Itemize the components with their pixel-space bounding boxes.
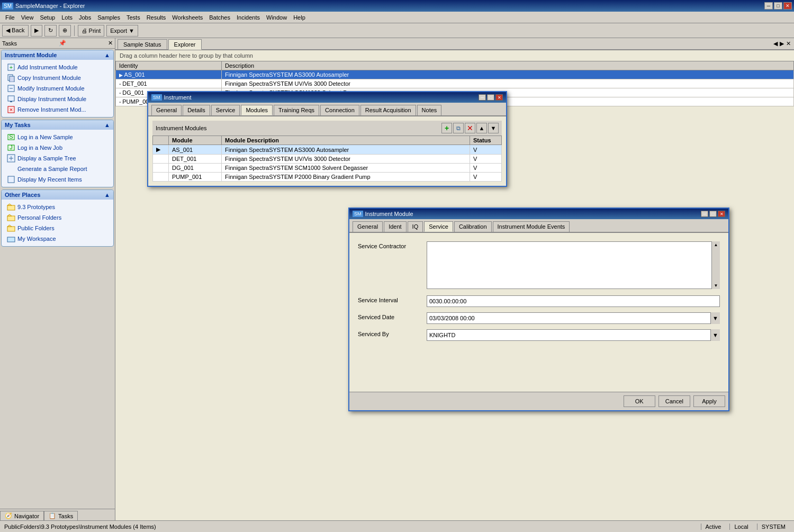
cell-module-status: V (470, 164, 502, 173)
export-button[interactable]: Export ▼ (106, 25, 138, 37)
menu-setup[interactable]: Setup (37, 13, 58, 22)
refresh-button[interactable]: ↻ (44, 25, 57, 37)
tab-sample-status[interactable]: Sample Status (118, 39, 167, 49)
menu-jobs[interactable]: Jobs (76, 13, 94, 22)
table-row[interactable]: ▶ AS_001 Finnigan SpectraSYSTEM AS3000 A… (116, 70, 794, 79)
menu-results[interactable]: Results (143, 13, 169, 22)
menu-incidents[interactable]: Incidents (233, 13, 263, 22)
tab-close-icon[interactable]: ✕ (786, 40, 791, 48)
tasks-close-icon[interactable]: ✕ (108, 40, 113, 47)
modules-down-btn[interactable]: ▼ (488, 123, 499, 133)
task-modify-instrument[interactable]: Modify Instrument Module (5, 83, 110, 94)
instrument-tab-details[interactable]: Details (183, 105, 210, 115)
task-public-folders[interactable]: Public Folders (5, 223, 110, 233)
section-instrument-module-collapse[interactable]: ▲ (104, 52, 110, 58)
instrument-tab-connection[interactable]: Connection (320, 105, 359, 115)
back-button[interactable]: ◀ Back (2, 25, 29, 37)
tasks-pin-icon[interactable]: 📌 (59, 40, 66, 47)
print-button[interactable]: 🖨 Print (78, 25, 105, 37)
serviced-by-input[interactable] (427, 329, 720, 341)
task-display-instrument[interactable]: Display Instrument Module (5, 94, 110, 104)
menu-help[interactable]: Help (290, 13, 309, 22)
instrument-tab-result[interactable]: Result Acquisition (360, 105, 416, 115)
apply-button[interactable]: Apply (693, 395, 725, 407)
minimize-button[interactable]: ─ (764, 2, 773, 10)
instrument-module-dialog-maximize[interactable]: □ (709, 211, 717, 217)
section-other-places-header[interactable]: Other Places ▲ (2, 190, 113, 200)
im-tab-general[interactable]: General (353, 221, 383, 232)
task-my-workspace[interactable]: My Workspace (5, 233, 110, 244)
menu-tests[interactable]: Tests (123, 13, 143, 22)
modules-delete-btn[interactable]: ✕ (465, 123, 475, 133)
instrument-dialog-maximize[interactable]: □ (487, 94, 494, 101)
task-generate-report[interactable]: Generate a Sample Report (5, 164, 110, 174)
instrument-tab-general[interactable]: General (151, 105, 182, 115)
forward-button[interactable]: ▶ (31, 25, 42, 37)
modules-col-status[interactable]: Status (470, 136, 502, 145)
menu-lots[interactable]: Lots (58, 13, 76, 22)
task-copy-instrument[interactable]: Copy Instrument Module (5, 73, 110, 83)
task-prototypes[interactable]: 9.3 Prototypes (5, 202, 110, 212)
tab-next-icon[interactable]: ▶ (780, 40, 784, 48)
task-log-job[interactable]: J Log in a New Job (5, 142, 110, 153)
modules-up-btn[interactable]: ▲ (476, 123, 487, 133)
modules-col-module-id[interactable]: Module (169, 136, 222, 145)
section-my-tasks-collapse[interactable]: ▲ (104, 122, 110, 128)
instrument-dialog-minimize[interactable]: ─ (479, 94, 486, 101)
table-row[interactable]: ▶ AS_001 Finnigan SpectraSYSTEM AS3000 A… (153, 145, 502, 155)
tab-tasks[interactable]: 📋 Tasks (44, 511, 78, 520)
instrument-tab-modules[interactable]: Modules (241, 105, 273, 115)
task-remove-instrument[interactable]: × Remove Instrument Mod... (5, 104, 110, 115)
cancel-button[interactable]: Cancel (658, 395, 690, 407)
modules-copy-btn[interactable]: ⧉ (453, 123, 464, 133)
menu-batches[interactable]: Batches (206, 13, 233, 22)
section-my-tasks-header[interactable]: My Tasks ▲ (2, 120, 113, 130)
scrollbar-down-icon[interactable]: ▼ (714, 283, 718, 288)
service-contractor-input[interactable] (427, 241, 720, 289)
im-tab-calibration[interactable]: Calibration (454, 221, 492, 232)
task-add-instrument[interactable]: + Add Instrument Module (5, 62, 110, 73)
im-tab-ident[interactable]: Ident (384, 221, 406, 232)
im-tab-iq[interactable]: IQ (408, 221, 423, 232)
task-display-sample-tree[interactable]: Display a Sample Tree (5, 153, 110, 164)
menu-samples[interactable]: Samples (94, 13, 123, 22)
modules-col-module[interactable] (153, 136, 169, 145)
menu-window[interactable]: Window (263, 13, 290, 22)
instrument-tab-service[interactable]: Service (211, 105, 240, 115)
task-display-recent[interactable]: Display My Recent Items (5, 174, 110, 185)
tab-navigator[interactable]: 🧭 Navigator (0, 511, 44, 520)
instrument-module-dialog-close[interactable]: ✕ (718, 211, 725, 217)
svg-rect-3 (10, 76, 14, 82)
row-icon: ▪ (119, 91, 121, 96)
modules-col-description[interactable]: Module Description (222, 136, 470, 145)
nav-button[interactable]: ⊕ (59, 25, 71, 37)
table-row[interactable]: DG_001 Finnigan SpectraSYSTEM SCM1000 So… (153, 164, 502, 173)
col-identity[interactable]: Identity (116, 61, 222, 70)
im-tab-service[interactable]: Service (424, 221, 453, 232)
close-button[interactable]: ✕ (783, 2, 792, 10)
table-row[interactable]: ▪ DET_001 Finnigan SpectraSYSTEM UV/Vis … (116, 79, 794, 88)
menu-worksheets[interactable]: Worksheets (169, 13, 206, 22)
task-log-sample[interactable]: S Log in a New Sample (5, 132, 110, 142)
col-description[interactable]: Description (222, 61, 794, 70)
service-interval-input[interactable] (427, 295, 720, 307)
im-tab-events[interactable]: Instrument Module Events (493, 221, 570, 232)
table-row[interactable]: PUMP_001 Finnigan SpectraSYSTEM P2000 Bi… (153, 173, 502, 182)
maximize-button[interactable]: □ (774, 2, 782, 10)
menu-view[interactable]: View (18, 13, 37, 22)
ok-button[interactable]: OK (624, 395, 655, 407)
scrollbar-up-icon[interactable]: ▲ (714, 242, 718, 247)
menu-file[interactable]: File (2, 13, 18, 22)
section-instrument-module-header[interactable]: Instrument Module ▲ (2, 50, 113, 60)
task-personal-folders[interactable]: Personal Folders (5, 212, 110, 223)
modules-add-btn[interactable]: + (441, 123, 452, 133)
tab-explorer[interactable]: Explorer (168, 39, 202, 50)
instrument-tab-notes[interactable]: Notes (417, 105, 442, 115)
instrument-module-dialog-minimize[interactable]: ─ (701, 211, 708, 217)
tab-prev-icon[interactable]: ◀ (773, 40, 778, 48)
section-other-places-collapse[interactable]: ▲ (104, 192, 110, 198)
instrument-tab-training[interactable]: Training Reqs (274, 105, 319, 115)
serviced-date-input[interactable] (427, 312, 720, 324)
table-row[interactable]: DET_001 Finnigan SpectraSYSTEM UV/Vis 30… (153, 155, 502, 164)
instrument-dialog-close[interactable]: ✕ (495, 94, 503, 101)
